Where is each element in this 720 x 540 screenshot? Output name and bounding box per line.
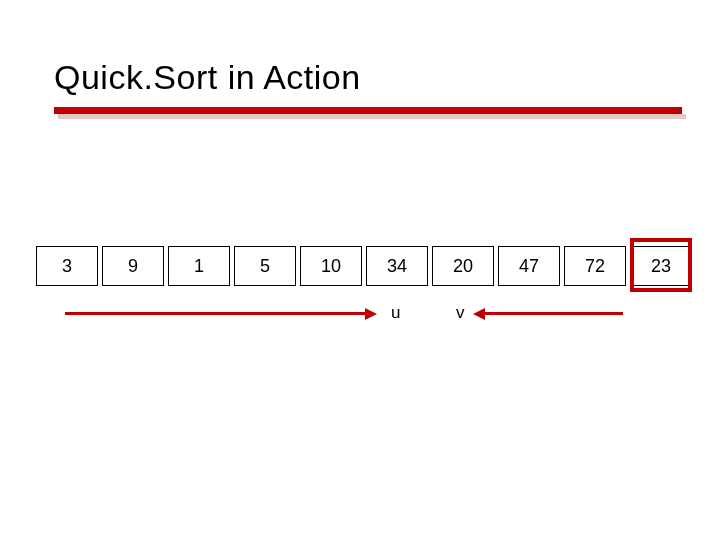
array-cell: 5: [234, 246, 296, 286]
v-arrow-head-icon: [473, 308, 485, 320]
array-cell: 72: [564, 246, 626, 286]
pointer-arrows: u v: [0, 290, 720, 350]
array-cell: 10: [300, 246, 362, 286]
v-arrow-line: [485, 312, 623, 315]
slide-title: Quick.Sort in Action: [54, 58, 672, 97]
title-divider: [54, 107, 672, 123]
array-cell: 47: [498, 246, 560, 286]
array-cell: 3: [36, 246, 98, 286]
array-row: 3 9 1 5 10 34 20 47 72 23: [36, 246, 692, 286]
array-cell: 20: [432, 246, 494, 286]
array-cell: 34: [366, 246, 428, 286]
v-pointer-label: v: [456, 303, 465, 323]
array-cell: 9: [102, 246, 164, 286]
u-arrow-head-icon: [365, 308, 377, 320]
u-pointer-label: u: [391, 303, 400, 323]
array-cell: 1: [168, 246, 230, 286]
array-cell: 23: [630, 246, 692, 286]
u-arrow-line: [65, 312, 365, 315]
